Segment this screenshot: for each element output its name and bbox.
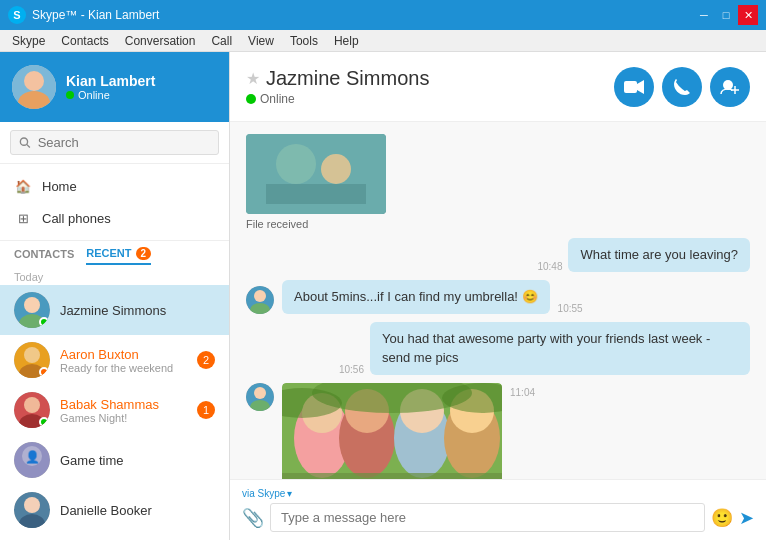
nav-home[interactable]: 🏠 Home (0, 170, 229, 202)
svg-point-39 (254, 290, 266, 302)
msg-time-2: 10:56 (339, 364, 364, 375)
nav-items: 🏠 Home ⊞ Call phones (0, 164, 229, 241)
svg-text:👤: 👤 (25, 449, 40, 464)
msg-time-1: 10:48 (537, 261, 562, 272)
chat-input-area: via Skype ▾ 📎 🙂 ➤ (230, 479, 766, 540)
attach-button[interactable]: 📎 (242, 507, 264, 529)
svg-marker-30 (637, 80, 644, 94)
menubar: Skype Contacts Conversation Call View To… (0, 30, 766, 52)
tab-contacts[interactable]: CONTACTS (14, 248, 74, 264)
contact-info-jazmine: Jazmine Simmons (60, 303, 215, 318)
maximize-button[interactable]: □ (716, 5, 736, 25)
contact-item-babak[interactable]: Babak Shammas Games Night! 1 (0, 385, 229, 435)
svg-point-37 (321, 154, 351, 184)
profile-info: Kian Lambert Online (66, 73, 155, 101)
recent-badge: 2 (136, 247, 152, 260)
input-row: 📎 🙂 ➤ (242, 503, 754, 532)
home-icon: 🏠 (14, 177, 32, 195)
search-input-wrap[interactable] (10, 130, 219, 155)
online-dot (66, 91, 74, 99)
msg-time-received-1: 10:55 (558, 303, 583, 314)
svg-point-9 (24, 347, 40, 363)
contact-name-danielle: Danielle Booker (60, 503, 215, 518)
svg-point-12 (24, 397, 40, 413)
contact-info-aaron: Aaron Buxton Ready for the weekend (60, 347, 187, 374)
chat-header: ★ Jazmine Simmons Online (230, 52, 766, 122)
search-bar (0, 122, 229, 164)
video-call-button[interactable] (614, 67, 654, 107)
nav-home-label: Home (42, 179, 77, 194)
titlebar: S Skype™ - Kian Lambert ─ □ ✕ (0, 0, 766, 30)
msg-row-sent-2: 10:56 You had that awesome party with yo… (246, 322, 750, 374)
nav-call-phones-label: Call phones (42, 211, 111, 226)
emoji-button[interactable]: 🙂 (711, 507, 733, 529)
contacts-tabs: CONTACTS RECENT2 (0, 241, 229, 265)
search-icon (19, 136, 32, 150)
phone-icon (673, 78, 691, 96)
status-indicator-babak (39, 417, 49, 427)
contact-item-gametime[interactable]: 👤 Game time (0, 435, 229, 485)
call-phones-icon: ⊞ (14, 209, 32, 227)
contact-item-aaron[interactable]: Aaron Buxton Ready for the weekend 2 (0, 335, 229, 385)
avatar (12, 65, 56, 109)
add-contact-button[interactable] (710, 67, 750, 107)
svg-rect-29 (624, 81, 637, 93)
star-icon[interactable]: ★ (246, 69, 260, 88)
msg-row-group-photo: Files received SHOW IN FOLDER 11:04 (246, 383, 750, 479)
send-button[interactable]: ➤ (739, 507, 754, 529)
group-photo (282, 383, 502, 479)
menu-help[interactable]: Help (326, 32, 367, 50)
contact-info-babak: Babak Shammas Games Night! (60, 397, 187, 424)
profile-name: Kian Lambert (66, 73, 155, 89)
via-skype[interactable]: via Skype ▾ (242, 488, 754, 499)
contact-avatar-gametime: 👤 (14, 442, 50, 478)
menu-view[interactable]: View (240, 32, 282, 50)
sidebar: Kian Lambert Online 🏠 Home (0, 52, 230, 540)
contact-name-babak: Babak Shammas (60, 397, 187, 412)
message-input[interactable] (270, 503, 705, 532)
chat-messages: File received 10:48 What time are you le… (230, 122, 766, 479)
chat-status-dot (246, 94, 256, 104)
msg-bubble-sent-1: What time are you leaving? (568, 238, 750, 272)
contact-item-david[interactable]: David Ackley (0, 535, 229, 540)
chat-contact-status: Online (246, 92, 429, 106)
contact-avatar-babak (14, 392, 50, 428)
status-indicator-aaron (39, 367, 49, 377)
received-image (246, 134, 386, 214)
msg-row-received-1: About 5mins...if I can find my umbrella!… (246, 280, 750, 314)
search-input[interactable] (38, 135, 210, 150)
menu-skype[interactable]: Skype (4, 32, 53, 50)
file-received-label: File received (246, 218, 308, 230)
svg-point-42 (254, 387, 266, 399)
contact-name-jazmine: Jazmine Simmons (60, 303, 215, 318)
contact-info-gametime: Game time (60, 453, 215, 468)
msg-row-sent-1: 10:48 What time are you leaving? (246, 238, 750, 272)
contact-name-gametime: Game time (60, 453, 215, 468)
contact-avatar-aaron (14, 342, 50, 378)
audio-call-button[interactable] (662, 67, 702, 107)
close-button[interactable]: ✕ (738, 5, 758, 25)
svg-point-3 (20, 138, 27, 145)
menu-call[interactable]: Call (203, 32, 240, 50)
window-title: Skype™ - Kian Lambert (32, 8, 159, 22)
contact-item-danielle[interactable]: Danielle Booker (0, 485, 229, 535)
profile-area[interactable]: Kian Lambert Online (0, 52, 229, 122)
group-photo-block: Files received SHOW IN FOLDER (282, 383, 502, 479)
add-person-icon (720, 78, 740, 96)
minimize-button[interactable]: ─ (694, 5, 714, 25)
nav-call-phones[interactable]: ⊞ Call phones (0, 202, 229, 234)
titlebar-left: S Skype™ - Kian Lambert (8, 6, 159, 24)
menu-contacts[interactable]: Contacts (53, 32, 116, 50)
tab-recent[interactable]: RECENT2 (86, 247, 151, 265)
chat-header-buttons (614, 67, 750, 107)
menu-conversation[interactable]: Conversation (117, 32, 204, 50)
menu-tools[interactable]: Tools (282, 32, 326, 50)
chat-header-left: ★ Jazmine Simmons Online (246, 67, 429, 106)
contact-name-aaron: Aaron Buxton (60, 347, 187, 362)
msg-time-group: 11:04 (510, 387, 535, 398)
profile-status: Online (66, 89, 155, 101)
contact-list: Jazmine Simmons Aaron Buxton Ready for t… (0, 285, 229, 540)
contact-badge-babak: 1 (197, 401, 215, 419)
window-controls[interactable]: ─ □ ✕ (694, 5, 758, 25)
contact-item-jazmine[interactable]: Jazmine Simmons (0, 285, 229, 335)
